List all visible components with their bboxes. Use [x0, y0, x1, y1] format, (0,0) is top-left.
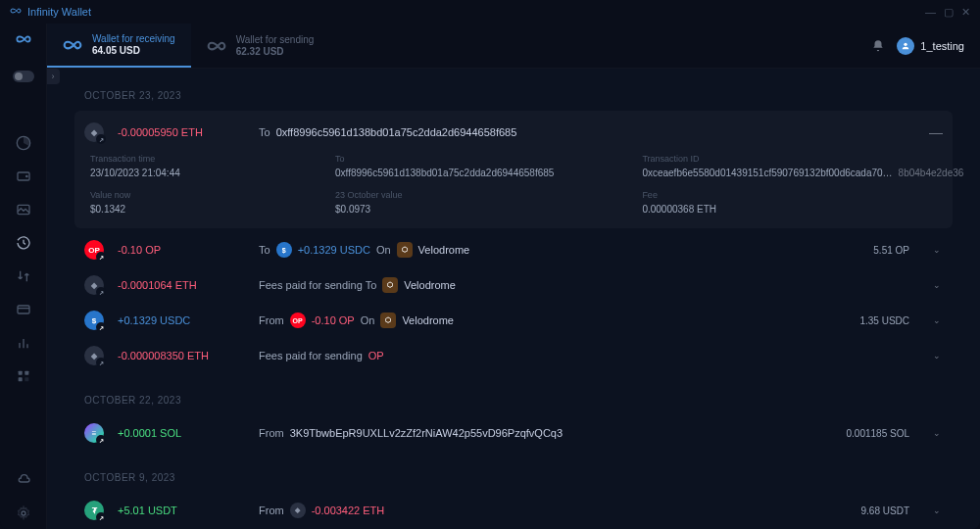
user-name: 1_testing — [920, 40, 964, 52]
sol-icon: ≡↗ — [84, 423, 104, 443]
tx-amount: -0.00005950 ETH — [118, 126, 245, 138]
tx-balance: 1.35 USDC — [859, 315, 909, 326]
tx-amount: +0.0001 SOL — [118, 427, 245, 439]
top-bar: Wallet for receiving 64.05 USD Wallet fo… — [47, 24, 980, 69]
transaction-row[interactable]: ₮↗ +5.01 USDT From ◆ -0.003422 ETH 9.68 … — [74, 493, 953, 528]
tx-description: From 3K9TbwbEpR9UXLLv2zZf2rNiAW42p55vD96… — [259, 427, 833, 439]
svg-rect-11 — [18, 377, 22, 381]
usdc-icon: $ — [276, 242, 292, 258]
infinity-icon — [207, 36, 226, 56]
eth-icon: ◆ — [290, 503, 306, 518]
toggle-theme[interactable] — [13, 71, 34, 82]
eth-icon: ◆↗ — [84, 346, 104, 365]
chevron-down-icon: ⌄ — [933, 505, 943, 515]
nav-card-icon[interactable] — [16, 302, 31, 317]
infinity-icon — [10, 5, 22, 19]
chevron-down-icon: ⌄ — [933, 351, 943, 361]
app-title: Infinity Wallet — [27, 6, 91, 18]
tx-description: To 0xff8996c5961d138bd01a75c2dda2d694465… — [259, 126, 915, 138]
avatar — [897, 37, 914, 55]
nav-history-icon[interactable] — [16, 235, 31, 251]
svg-rect-12 — [24, 377, 28, 381]
transaction-row[interactable]: $↗ +0.1329 USDC From OP -0.10 OP On ⬡ Ve… — [74, 303, 953, 338]
wallet-value: 64.05 USD — [92, 45, 175, 57]
date-header: OCTOBER 22, 2023 — [84, 395, 953, 406]
transaction-row[interactable]: OP↗ -0.10 OP To $ +0.1329 USDC On ⬡ Velo… — [74, 232, 953, 267]
svg-rect-4 — [18, 306, 29, 313]
chevron-down-icon: ⌄ — [933, 428, 943, 438]
wallet-name: Wallet for receiving — [92, 33, 175, 45]
user-menu[interactable]: 1_testing — [897, 37, 964, 55]
eth-icon: ◆↗ — [84, 122, 104, 142]
wallet-tab-sending[interactable]: Wallet for sending 62.32 USD — [191, 24, 330, 68]
app-icon: ⬡ — [382, 277, 398, 293]
transaction-row[interactable]: ≡↗ +0.0001 SOL From 3K9TbwbEpR9UXLLv2zZf… — [74, 415, 953, 451]
tx-amount: -0.0001064 ETH — [118, 279, 245, 291]
maximize-icon[interactable]: ▢ — [944, 6, 954, 19]
wallet-name: Wallet for sending — [236, 34, 315, 46]
svg-rect-10 — [24, 371, 28, 375]
tx-balance: 0.001185 SOL — [847, 428, 910, 439]
tx-balance: 5.51 OP — [873, 245, 909, 256]
svg-point-13 — [22, 511, 25, 515]
date-header: OCTOBER 23, 2023 — [84, 90, 953, 101]
tx-amount: +0.1329 USDC — [118, 314, 245, 326]
tx-balance: 9.68 USDT — [861, 505, 909, 516]
nav-swap-icon[interactable] — [16, 268, 31, 284]
nav-cloud-icon[interactable] — [16, 472, 31, 488]
infinity-icon — [63, 35, 82, 55]
transaction-list: OCTOBER 23, 2023 ◆↗ -0.00005950 ETH To 0… — [47, 69, 980, 529]
nav-apps-icon[interactable] — [16, 368, 31, 384]
usdc-icon: $↗ — [84, 311, 104, 330]
tx-description: To $ +0.1329 USDC On ⬡ Velodrome — [259, 242, 859, 258]
minimize-icon[interactable]: — — [925, 6, 936, 19]
wallet-value: 62.32 USD — [236, 46, 315, 58]
collapse-icon[interactable]: — — [929, 124, 943, 140]
op-icon: OP — [290, 313, 306, 328]
sidebar — [0, 24, 47, 529]
chevron-down-icon: ⌄ — [933, 280, 943, 290]
svg-point-2 — [25, 175, 26, 176]
op-icon: OP↗ — [84, 240, 104, 260]
nav-settings-icon[interactable] — [16, 505, 31, 521]
transaction-expanded: ◆↗ -0.00005950 ETH To 0xff8996c5961d138b… — [74, 111, 953, 228]
title-bar: Infinity Wallet — ▢ ✕ — [0, 0, 980, 24]
svg-rect-9 — [18, 371, 22, 375]
wallet-tab-receiving[interactable]: Wallet for receiving 64.05 USD — [47, 24, 191, 68]
tx-description: Fees paid for sending OP — [259, 350, 919, 361]
tx-description: From OP -0.10 OP On ⬡ Velodrome — [259, 313, 846, 328]
usdt-icon: ₮↗ — [84, 501, 104, 520]
chevron-down-icon: ⌄ — [933, 315, 943, 325]
bell-icon[interactable] — [871, 39, 885, 53]
tx-description: From ◆ -0.003422 ETH — [259, 503, 848, 518]
chevron-down-icon: ⌄ — [933, 245, 943, 255]
eth-icon: ◆↗ — [84, 275, 104, 295]
tx-amount: +5.01 USDT — [118, 505, 245, 516]
nav-wallet-icon[interactable] — [16, 168, 31, 184]
nav-chart-icon[interactable] — [16, 335, 31, 351]
date-header: OCTOBER 9, 2023 — [84, 472, 953, 483]
collapse-sidebar-icon[interactable]: › — [47, 69, 60, 84]
logo-icon[interactable] — [16, 31, 31, 47]
transaction-row[interactable]: ◆↗ -0.0001064 ETH Fees paid for sending … — [74, 267, 953, 303]
nav-pie-icon[interactable] — [16, 135, 31, 151]
transaction-row[interactable]: ◆↗ -0.000008350 ETH Fees paid for sendin… — [74, 338, 953, 373]
svg-point-14 — [905, 42, 907, 45]
app-icon: ⬡ — [380, 313, 396, 328]
tx-amount: -0.10 OP — [118, 244, 245, 256]
tx-description: Fees paid for sending To ⬡ Velodrome — [259, 277, 919, 293]
close-icon[interactable]: ✕ — [961, 6, 970, 19]
app-icon: ⬡ — [397, 242, 413, 258]
nav-image-icon[interactable] — [16, 202, 31, 217]
tx-amount: -0.000008350 ETH — [118, 350, 245, 361]
